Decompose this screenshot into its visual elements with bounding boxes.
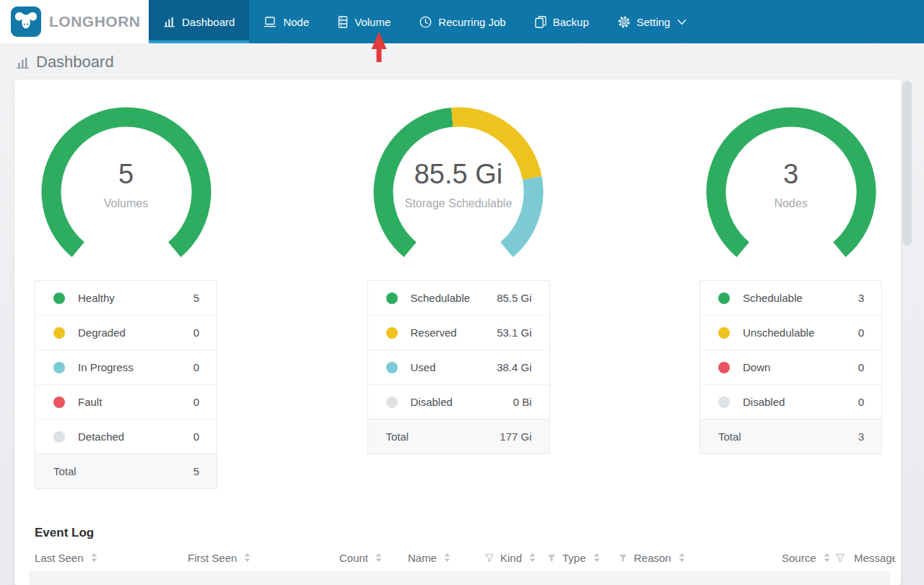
gauge-center-value: 85.5 Gi — [373, 159, 544, 190]
nav-item-setting[interactable]: Setting — [603, 0, 702, 43]
legend-name: Down — [743, 361, 858, 373]
brand-logo[interactable]: LONGHORN — [0, 0, 149, 43]
column-label: Name — [408, 552, 437, 564]
column-header-count[interactable]: Count — [339, 552, 408, 564]
column-header-source[interactable]: Source — [782, 552, 854, 564]
legend-name: Fault — [78, 396, 193, 408]
legend-row: Schedulable3 — [700, 281, 881, 315]
legend-row: Reserved53.1 Gi — [368, 315, 549, 350]
nav-item-recurring-job[interactable]: Recurring Job — [405, 0, 520, 43]
column-header-reason[interactable]: Reason — [619, 552, 782, 564]
legend-value: 53.1 Gi — [497, 326, 531, 339]
legend-row: Degraded0 — [35, 315, 217, 350]
legend-value: 38.4 Gi — [497, 361, 531, 373]
event-table-row — [29, 571, 890, 585]
status-dot — [53, 396, 65, 408]
legend-row: In Progress0 — [35, 350, 217, 384]
brand-name: LONGHORN — [49, 13, 141, 30]
event-log-section: Event Log Last SeenFirst SeenCountNameKi… — [35, 526, 882, 585]
filter-funnel-icon[interactable] — [836, 554, 845, 562]
chart-volumes: 5VolumesHealthy5Degraded0In Progress0Fau… — [35, 107, 217, 489]
filter-funnel-icon[interactable] — [619, 554, 627, 562]
status-dot — [53, 327, 65, 339]
column-header-name[interactable]: Name — [408, 552, 485, 564]
chart-nodes: 3NodesSchedulable3Unschedulable0Down0Dis… — [699, 107, 882, 489]
sorter-icon — [244, 553, 250, 562]
column-label: Last Seen — [35, 552, 84, 564]
node-laptop-icon — [263, 17, 276, 27]
column-header-type[interactable]: Type — [547, 552, 619, 564]
gauge-center: 5Volumes — [41, 159, 212, 210]
longhorn-bull-icon — [11, 6, 41, 37]
nav-item-label: Backup — [553, 16, 589, 28]
page-title-bar: Dashboard — [0, 43, 924, 79]
legend-row: Unschedulable0 — [700, 315, 881, 350]
legend-value: 0 Bi — [513, 396, 532, 408]
status-dot — [718, 327, 730, 339]
charts-row: 5VolumesHealthy5Degraded0In Progress0Fau… — [35, 107, 882, 489]
legend-table: Schedulable3Unschedulable0Down0Disabled0… — [699, 280, 882, 454]
legend-value: 3 — [858, 292, 864, 304]
status-dot — [386, 327, 398, 339]
sorter-icon — [824, 553, 830, 562]
status-dot — [53, 431, 65, 443]
nav-item-backup[interactable]: Backup — [520, 0, 603, 43]
legend-value: 0 — [858, 361, 864, 373]
filter-funnel-icon[interactable] — [485, 554, 494, 562]
longhorn-app: LONGHORN DashboardNodeVolumeRecurring Jo… — [0, 0, 924, 585]
legend-row: Used38.4 Gi — [368, 350, 549, 384]
legend-name: Degraded — [78, 326, 193, 339]
scrollbar-thumb[interactable] — [902, 81, 912, 246]
column-label: Kind — [500, 552, 522, 564]
legend-total-row: Total5 — [35, 454, 217, 488]
nav-item-node[interactable]: Node — [249, 0, 323, 43]
red-arrow-annotation — [369, 32, 389, 62]
nav-item-label: Recurring Job — [438, 16, 505, 28]
status-dot — [718, 292, 730, 304]
column-header-first-seen[interactable]: First Seen — [188, 552, 339, 564]
legend-value: 0 — [193, 396, 199, 408]
page-scrollbar[interactable] — [902, 43, 912, 585]
total-value: 5 — [193, 465, 199, 477]
gauge-donut: 3Nodes — [706, 107, 876, 260]
nav-item-volume[interactable]: Volume — [323, 0, 405, 43]
legend-name: Reserved — [411, 326, 497, 339]
total-value: 177 Gi — [500, 430, 531, 443]
legend-value: 0 — [858, 396, 864, 408]
app-header: LONGHORN DashboardNodeVolumeRecurring Jo… — [0, 0, 924, 43]
gauge-donut: 5Volumes — [41, 107, 212, 260]
legend-value: 0 — [193, 326, 199, 339]
legend-value: 0 — [193, 361, 199, 373]
nav-item-label: Node — [283, 16, 309, 28]
column-header-kind[interactable]: Kind — [485, 552, 547, 564]
clock-icon — [419, 16, 432, 28]
gauge-center: 85.5 GiStorage Schedulable — [373, 159, 544, 210]
column-header-message[interactable]: Message — [854, 552, 895, 564]
status-dot — [53, 362, 65, 373]
status-dot — [718, 362, 730, 373]
gauge-center-label: Storage Schedulable — [373, 197, 544, 210]
legend-row: Detached0 — [35, 419, 217, 454]
legend-name: Schedulable — [743, 292, 858, 304]
nav-item-dashboard[interactable]: Dashboard — [149, 0, 249, 43]
legend-value: 85.5 Gi — [497, 292, 531, 304]
event-table-header: Last SeenFirst SeenCountNameKindTypeReas… — [35, 547, 895, 568]
sorter-icon — [375, 553, 382, 562]
filter-funnel-icon[interactable] — [547, 554, 556, 562]
gauge-center-label: Nodes — [706, 197, 876, 210]
total-label: Total — [386, 430, 500, 443]
event-log-title: Event Log — [35, 526, 882, 540]
nav-item-label: Dashboard — [182, 16, 235, 28]
column-header-last-seen[interactable]: Last Seen — [35, 552, 188, 564]
legend-name: Disabled — [743, 396, 858, 408]
column-label: Source — [782, 552, 816, 564]
gauge-center-label: Volumes — [41, 197, 212, 210]
total-value: 3 — [858, 430, 864, 443]
column-label: Count — [339, 552, 368, 564]
sorter-icon — [444, 553, 450, 562]
legend-row: Down0 — [700, 350, 881, 384]
status-dot — [386, 362, 398, 373]
dashboard-card: 5VolumesHealthy5Degraded0In Progress0Fau… — [14, 79, 901, 585]
gauge-donut: 85.5 GiStorage Schedulable — [373, 107, 544, 260]
sorter-icon — [529, 553, 536, 562]
